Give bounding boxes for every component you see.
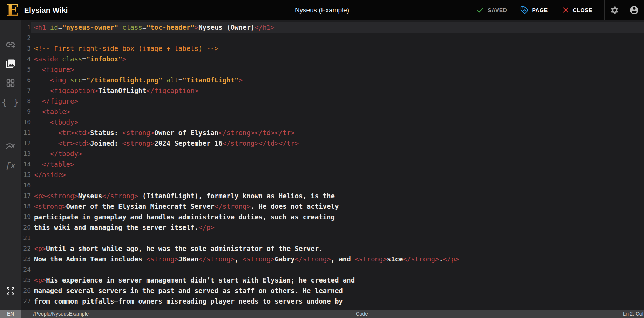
close-button[interactable]: CLOSE bbox=[562, 6, 592, 14]
check-icon bbox=[476, 6, 484, 14]
line-number: 6 bbox=[21, 75, 31, 85]
multiline-chart-icon bbox=[5, 141, 16, 152]
blocks-icon bbox=[6, 78, 15, 88]
function-icon: ƒx bbox=[6, 161, 16, 170]
code-line: 13 </tbody> bbox=[21, 148, 644, 159]
line-number: 18 bbox=[21, 201, 31, 212]
line-number: 20 bbox=[21, 222, 31, 233]
page-title: Nyseus (Example) bbox=[295, 0, 349, 20]
line-number: 7 bbox=[21, 85, 31, 96]
app-logo: E bbox=[6, 0, 19, 20]
code-line: 11 <tr><td>Status: <strong>Owner of Elys… bbox=[21, 127, 644, 138]
chart-button[interactable] bbox=[0, 137, 21, 156]
blocks-button[interactable] bbox=[0, 73, 21, 93]
code-line: 5 <figure> bbox=[21, 64, 644, 75]
line-number: 19 bbox=[21, 212, 31, 222]
line-number: 3 bbox=[21, 43, 31, 54]
code-line: 15</aside> bbox=[21, 170, 644, 180]
code-line: 4<aside class="infobox"> bbox=[21, 54, 644, 64]
topbar: E Elysian Wiki Nyseus (Example) SAVED bbox=[0, 0, 644, 20]
file-path: /People/NyseusExample bbox=[33, 310, 89, 318]
page-label: PAGE bbox=[532, 7, 548, 13]
statusbar: EN /People/NyseusExample Code Ln 2, Col bbox=[0, 310, 644, 318]
image-gallery-button[interactable] bbox=[0, 54, 21, 73]
code-line: 19participate in gameplay and handles ad… bbox=[21, 212, 644, 222]
account-button[interactable] bbox=[624, 0, 644, 20]
line-number: 9 bbox=[21, 106, 31, 117]
function-button[interactable]: ƒx bbox=[0, 156, 21, 175]
line-number: 16 bbox=[21, 180, 31, 191]
code-line: 21 bbox=[21, 233, 644, 243]
braces-icon: { } bbox=[1, 98, 19, 107]
app-title: Elysian Wiki bbox=[24, 6, 68, 14]
line-number: 24 bbox=[21, 264, 31, 275]
code-line: 9 <table> bbox=[21, 106, 644, 117]
braces-button[interactable]: { } bbox=[0, 93, 21, 112]
code-line: 18<strong>Owner of the Elysian Minecraft… bbox=[21, 201, 644, 212]
line-number: 14 bbox=[21, 159, 31, 170]
code-editor[interactable]: 1<h1 id="nyseus-owner" class="toc-header… bbox=[21, 20, 644, 310]
saved-label: SAVED bbox=[488, 7, 507, 13]
topbar-actions: SAVED PAGE CLOSE bbox=[476, 0, 644, 20]
line-number: 27 bbox=[21, 296, 31, 306]
tag-icon bbox=[520, 6, 528, 14]
line-number: 13 bbox=[21, 148, 31, 159]
brand: E Elysian Wiki bbox=[6, 0, 68, 20]
code-line: 3<!-- First right-side box (image + labe… bbox=[21, 43, 644, 54]
page-button[interactable]: PAGE bbox=[520, 6, 548, 14]
line-number: 5 bbox=[21, 64, 31, 75]
code-line: 25<p>His experience in server management… bbox=[21, 275, 644, 285]
line-number: 2 bbox=[21, 33, 31, 43]
code-line: 22<p>Until a short while ago, he was the… bbox=[21, 243, 644, 254]
line-number: 26 bbox=[21, 285, 31, 296]
fullscreen-button[interactable] bbox=[0, 281, 21, 300]
close-label: CLOSE bbox=[573, 7, 592, 13]
line-number: 25 bbox=[21, 275, 31, 285]
account-icon bbox=[629, 5, 639, 15]
add-link-icon bbox=[5, 39, 16, 50]
line-number: 21 bbox=[21, 233, 31, 243]
line-number: 17 bbox=[21, 191, 31, 201]
editor-mode-label: Code bbox=[356, 310, 368, 318]
code-line: 2 bbox=[21, 33, 644, 43]
code-line: 12 <tr><td>Joined: <strong>2024 Septembe… bbox=[21, 138, 644, 148]
code-line: 24 bbox=[21, 264, 644, 275]
code-lines: 1<h1 id="nyseus-owner" class="toc-header… bbox=[21, 22, 644, 306]
close-icon bbox=[562, 6, 569, 14]
line-number: 4 bbox=[21, 54, 31, 64]
code-line: 23Now the Admin Team includes <strong>JB… bbox=[21, 254, 644, 264]
code-line: 16 bbox=[21, 180, 644, 191]
language-badge[interactable]: EN bbox=[0, 310, 21, 318]
add-link-button[interactable] bbox=[0, 35, 21, 54]
cursor-position: Ln 2, Col bbox=[623, 310, 643, 318]
code-line: 10 <tbody> bbox=[21, 117, 644, 127]
code-line: 27from common pitfalls—from owners misre… bbox=[21, 296, 644, 306]
fullscreen-icon bbox=[6, 286, 15, 296]
code-line: 14 </table> bbox=[21, 159, 644, 170]
code-line: 8 </figure> bbox=[21, 96, 644, 106]
gear-icon bbox=[610, 6, 619, 15]
image-gallery-icon bbox=[5, 59, 16, 69]
code-line: 7 <figcaption>TitanOfLight</figcaption> bbox=[21, 85, 644, 96]
code-line: 20this wiki and managing the server itse… bbox=[21, 222, 644, 233]
line-number: 11 bbox=[21, 127, 31, 138]
line-number: 15 bbox=[21, 170, 31, 180]
sidebar: { } ƒx bbox=[0, 20, 21, 310]
code-line: 1<h1 id="nyseus-owner" class="toc-header… bbox=[21, 22, 644, 33]
settings-button[interactable] bbox=[605, 0, 624, 20]
line-number: 1 bbox=[21, 22, 31, 33]
line-number: 12 bbox=[21, 138, 31, 148]
line-number: 23 bbox=[21, 254, 31, 264]
saved-status: SAVED bbox=[476, 6, 507, 14]
code-line: 17<p><strong>Nyseus</strong> (TitanOfLig… bbox=[21, 191, 644, 201]
code-line: 26managed several servers in the past an… bbox=[21, 285, 644, 296]
line-number: 8 bbox=[21, 96, 31, 106]
code-line: 6 <img src="/titanoflight.png" alt="Tita… bbox=[21, 75, 644, 85]
line-number: 10 bbox=[21, 117, 31, 127]
line-number: 22 bbox=[21, 243, 31, 254]
